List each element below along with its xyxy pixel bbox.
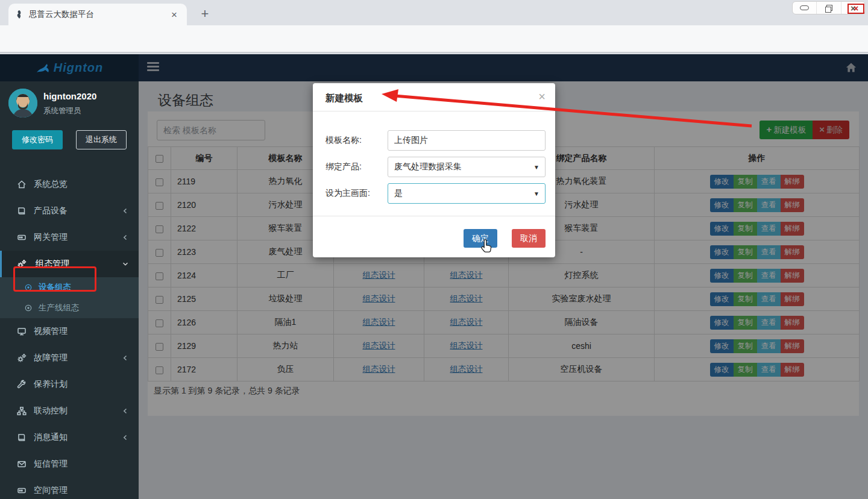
monitor-icon: [17, 327, 27, 336]
modal-close-icon[interactable]: ×: [538, 90, 546, 102]
sidebar-item-label: 消息通知: [34, 432, 68, 443]
sidebar-item-label: 组态管理: [36, 259, 69, 269]
sidebar-item-label: 网关管理: [34, 232, 68, 243]
sidebar-submenu: 设备组态生产线组态: [0, 277, 139, 318]
window-close-button[interactable]: ×: [841, 2, 865, 14]
sidebar-item-label: 产品设备: [34, 206, 68, 216]
new-template-modal: 新建模板 × 模板名称:绑定产品:废气处理数据采集▼设为主画面:是▼ 确定 取消: [313, 83, 555, 257]
modal-field-label: 模板名称:: [326, 135, 362, 146]
modal-field-row: 绑定产品:废气处理数据采集▼: [313, 157, 555, 177]
window-minimize-button[interactable]: [793, 2, 816, 14]
gears-icon: [17, 259, 27, 269]
new-tab-button[interactable]: +: [197, 6, 213, 23]
browser-tab[interactable]: 思普云大数据平台 ×: [8, 4, 187, 25]
user-panel: hignton2020 系统管理员: [0, 81, 139, 127]
sidebar-item-label: 故障管理: [34, 353, 68, 363]
sidebar-item-消息通知[interactable]: 消息通知: [0, 424, 139, 451]
sidebar-item-label: 联动控制: [34, 406, 68, 416]
sidebar-item-网关管理[interactable]: 网关管理: [0, 224, 139, 251]
select-2[interactable]: 是▼: [388, 183, 546, 204]
user-role: 系统管理员: [43, 106, 81, 116]
cancel-button[interactable]: 取消: [512, 229, 546, 248]
dot-circle-icon: [24, 283, 33, 292]
modal-field-label: 绑定产品:: [326, 162, 362, 172]
sidebar-item-保养计划[interactable]: 保养计划: [0, 371, 139, 398]
modal-field-row: 模板名称:: [313, 130, 555, 151]
select-value: 废气处理数据采集: [394, 162, 462, 172]
sidebar-subitem-label: 生产线组态: [39, 303, 80, 313]
confirm-button[interactable]: 确定: [464, 229, 497, 248]
tab-title: 思普云大数据平台: [29, 9, 168, 20]
chevron-down-icon: ▼: [533, 164, 539, 171]
sidebar-item-故障管理[interactable]: 故障管理: [0, 345, 139, 371]
sidebar-item-产品设备[interactable]: 产品设备: [0, 198, 139, 224]
template-name-input[interactable]: [394, 131, 539, 150]
browser-tab-strip: 思普云大数据平台 × + ×: [0, 0, 868, 25]
change-password-button[interactable]: 修改密码: [12, 130, 63, 149]
sidebar-item-label: 空间管理: [34, 485, 68, 496]
modal-field-row: 设为主画面:是▼: [313, 183, 555, 204]
sidebar-item-视频管理[interactable]: 视频管理: [0, 318, 139, 345]
sitemap-icon: [17, 406, 27, 416]
app-logo-text: Hignton: [54, 61, 104, 75]
sidebar-subitem-生产线组态[interactable]: 生产线组态: [0, 298, 139, 318]
avatar: [8, 89, 37, 118]
browser-toolbar: 不安全 | iot.idosp.net /admin/index.html?la…: [0, 25, 868, 53]
sidebar-item-短信管理[interactable]: 短信管理: [0, 451, 139, 477]
chevron-left-icon: [121, 353, 130, 363]
hdd-icon: [17, 486, 27, 495]
logout-button[interactable]: 退出系统: [76, 130, 127, 149]
dot-circle-icon: [24, 304, 33, 312]
chevron-down-icon: ▼: [533, 190, 539, 197]
home-icon: [17, 180, 27, 189]
select-value: 是: [394, 188, 403, 199]
antelope-logo-icon: [36, 63, 51, 74]
tab-close-icon[interactable]: ×: [168, 8, 181, 21]
window-restore-button[interactable]: [816, 2, 840, 14]
sidebar-subitem-label: 设备组态: [39, 282, 71, 293]
chevron-left-icon: [121, 406, 130, 416]
sidebar-menu: 系统总览产品设备网关管理组态管理设备组态生产线组态视频管理故障管理保养计划联动控…: [0, 171, 139, 499]
sidebar-item-空间管理[interactable]: 空间管理: [0, 477, 139, 499]
template-name-field[interactable]: [388, 130, 546, 151]
modal-title: 新建模板: [326, 92, 363, 105]
chevron-down-icon: [121, 259, 130, 269]
window-controls: ×: [792, 1, 866, 14]
hdd-icon: [17, 233, 27, 242]
wrench-icon: [17, 380, 27, 389]
sidebar-item-label: 保养计划: [34, 379, 68, 390]
user-name: hignton2020: [43, 91, 96, 101]
gears-icon: [17, 353, 27, 363]
select-1[interactable]: 废气处理数据采集▼: [388, 157, 546, 177]
modal-field-label: 设为主画面:: [326, 188, 370, 199]
sidebar-item-label: 系统总览: [34, 179, 68, 190]
sidebar-item-组态管理[interactable]: 组态管理: [0, 251, 139, 277]
book-icon: [17, 433, 27, 442]
chevron-left-icon: [121, 433, 130, 442]
sidebar-item-label: 短信管理: [34, 459, 68, 469]
chevron-left-icon: [121, 206, 130, 216]
sidebar: hignton2020 系统管理员 修改密码 退出系统 系统总览产品设备网关管理…: [0, 81, 139, 499]
sidebar-subitem-设备组态[interactable]: 设备组态: [0, 277, 139, 298]
envelope-icon: [17, 459, 27, 469]
site-favicon: [14, 10, 24, 19]
sidebar-item-系统总览[interactable]: 系统总览: [0, 171, 139, 198]
book-icon: [17, 206, 27, 216]
sidebar-item-联动控制[interactable]: 联动控制: [0, 398, 139, 424]
sidebar-item-label: 视频管理: [34, 326, 68, 337]
chevron-left-icon: [121, 233, 130, 242]
app-logo[interactable]: Hignton: [0, 54, 139, 81]
